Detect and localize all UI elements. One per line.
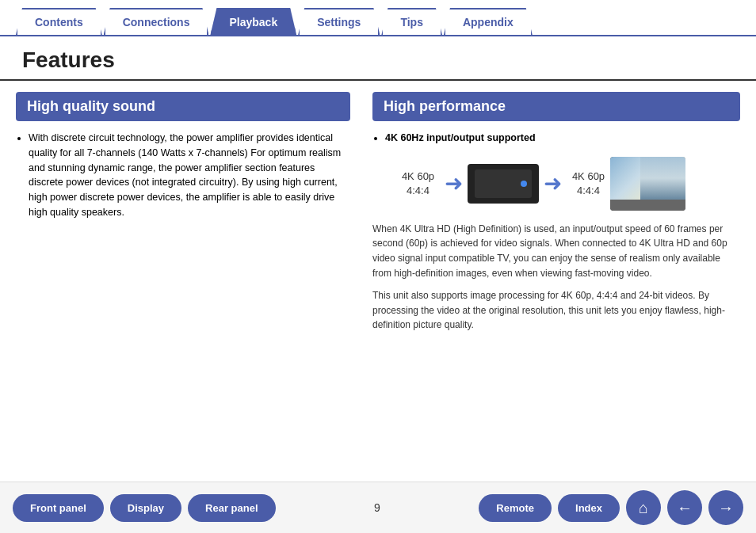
home-icon: ⌂ <box>639 499 648 517</box>
tab-appendix[interactable]: Appendix <box>444 8 533 35</box>
right-bullet-list: 4K 60Hz input/output supported <box>372 131 740 146</box>
next-icon: → <box>718 499 734 517</box>
av-receiver-diagram <box>468 164 539 204</box>
page-number: 9 <box>282 501 473 514</box>
right-desc-2: This unit also supports image processing… <box>372 288 740 333</box>
main-content: High quality sound With discrete circuit… <box>0 92 756 333</box>
display-button[interactable]: Display <box>110 494 181 522</box>
tab-settings[interactable]: Settings <box>298 8 380 35</box>
back-icon: ← <box>677 499 693 517</box>
right-column: High performance 4K 60Hz input/output su… <box>365 92 740 333</box>
next-button[interactable]: → <box>708 490 743 525</box>
output-label: 4K 60p 4:4:4 <box>567 169 610 198</box>
bottom-navigation: Front panel Display Rear panel 9 Remote … <box>0 482 756 533</box>
top-navigation: Contents Connections Playback Settings T… <box>0 0 756 36</box>
arrow-left-icon: ➜ <box>445 170 463 196</box>
tv-diagram <box>610 157 685 211</box>
tab-tips[interactable]: Tips <box>381 8 442 35</box>
left-bullet-list: With discrete circuit technology, the po… <box>16 131 350 220</box>
rear-panel-button[interactable]: Rear panel <box>188 494 275 522</box>
page-title: Features <box>0 36 756 81</box>
tab-contents[interactable]: Contents <box>16 8 102 35</box>
home-button[interactable]: ⌂ <box>626 490 661 525</box>
left-section-header: High quality sound <box>16 92 350 121</box>
index-button[interactable]: Index <box>558 494 620 522</box>
front-panel-button[interactable]: Front panel <box>13 494 104 522</box>
remote-button[interactable]: Remote <box>479 494 552 522</box>
right-desc-1: When 4K Ultra HD (High Definition) is us… <box>372 222 740 280</box>
left-column: High quality sound With discrete circuit… <box>16 92 365 333</box>
4k-diagram: 4K 60p 4:4:4 ➜ ➜ 4K 60p 4:4:4 <box>396 157 740 211</box>
tab-playback[interactable]: Playback <box>210 8 296 35</box>
tab-connections[interactable]: Connections <box>104 8 209 35</box>
right-section-header: High performance <box>372 92 740 121</box>
input-label: 4K 60p 4:4:4 <box>396 169 440 198</box>
right-bullet-item: 4K 60Hz input/output supported <box>385 131 740 146</box>
arrow-right-icon: ➜ <box>544 170 562 196</box>
back-button[interactable]: ← <box>667 490 702 525</box>
